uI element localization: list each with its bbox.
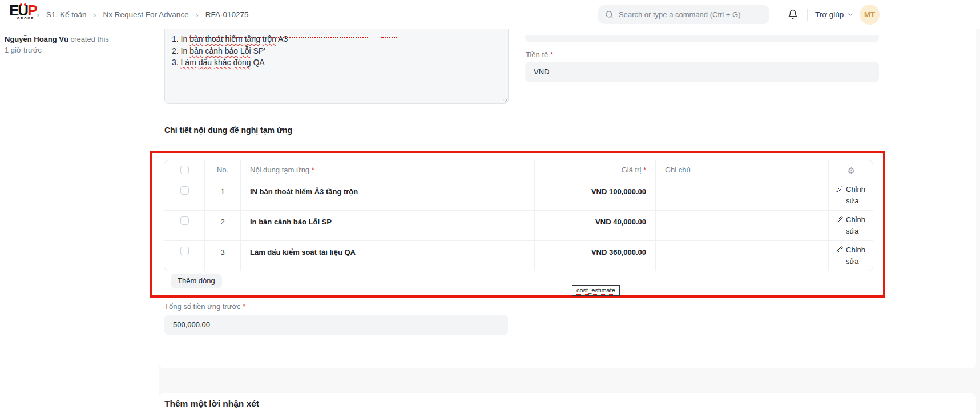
row-edit-button[interactable]: Chỉnh sửa	[828, 180, 873, 210]
description-line: 2. In bản cảnh báo Lỗi SP'	[172, 45, 288, 57]
breadcrumb-item[interactable]: S1. Kế toán	[46, 10, 87, 19]
row-checkbox[interactable]	[180, 186, 189, 195]
items-table: No. Nội dung tạm ứng * Giá trị * Ghi chú…	[164, 160, 873, 271]
table-row: 1 IN bản thoát hiểm Ả3 tầng trộn VND 100…	[164, 180, 873, 210]
chevron-right-icon: ›	[37, 10, 39, 19]
row-number: 2	[204, 211, 240, 240]
chevron-right-icon: ›	[94, 10, 96, 19]
row-note-cell[interactable]	[655, 211, 828, 240]
currency-input[interactable]: VND	[525, 62, 879, 82]
annotation-label: cost_estimate	[572, 285, 620, 296]
pencil-icon	[836, 186, 843, 192]
row-select-cell	[164, 180, 204, 210]
select-all-checkbox[interactable]	[180, 166, 189, 174]
total-input[interactable]: 500,000.00	[164, 315, 508, 335]
creator-name: Nguyễn Hoàng Vũ	[5, 35, 68, 43]
created-time: 1 giờ trước	[5, 45, 147, 55]
section-title: Chi tiết nội dung đề nghị tạm ứng	[164, 126, 292, 135]
page: EUP GROUP › S1. Kế toán › Nx Request For…	[0, 0, 980, 414]
column-header-content: Nội dung tạm ứng *	[240, 160, 534, 180]
search-icon	[605, 10, 614, 19]
row-edit-button[interactable]: Chỉnh sửa	[828, 241, 873, 271]
description-textarea[interactable]: 1. In bàn thoát hiểm tầng trộn A3 2. In …	[164, 29, 509, 104]
column-header-value: Giá trị *	[534, 160, 655, 180]
column-header-no: No.	[204, 160, 240, 180]
row-number: 3	[204, 241, 240, 271]
row-value-cell[interactable]: VND 40,000.00	[534, 211, 655, 240]
row-select-cell	[164, 241, 204, 271]
top-navbar: EUP GROUP › S1. Kế toán › Nx Request For…	[0, 0, 980, 29]
row-number: 1	[204, 180, 240, 210]
row-edit-button[interactable]: Chỉnh sửa	[828, 211, 873, 240]
comment-section-title: Thêm một lời nhận xét	[164, 399, 259, 409]
breadcrumb-item[interactable]: Nx Request For Advance	[103, 10, 189, 19]
add-row-button[interactable]: Thêm dòng	[171, 274, 222, 288]
table-body: 1 IN bản thoát hiểm Ả3 tầng trộn VND 100…	[164, 180, 873, 271]
row-checkbox[interactable]	[180, 216, 189, 225]
notifications-button[interactable]	[788, 9, 798, 22]
clipped-field-input[interactable]	[525, 35, 879, 42]
description-line: 1. In bàn thoát hiểm tầng trộn A3	[172, 33, 288, 45]
table-settings-button[interactable]: ⚙	[828, 160, 873, 180]
column-header-note: Ghi chú	[655, 160, 828, 180]
help-label: Trợ giúp	[815, 10, 844, 19]
creation-info: Nguyễn Hoàng Vũ created this 1 giờ trước	[5, 34, 147, 55]
row-checkbox[interactable]	[180, 247, 189, 255]
table-header-row: No. Nội dung tạm ứng * Giá trị * Ghi chú…	[164, 160, 873, 180]
row-note-cell[interactable]	[655, 180, 828, 210]
row-content-cell[interactable]: Làm dấu kiểm soát tài liệu QA	[240, 241, 534, 271]
select-all-cell	[164, 160, 204, 180]
chevron-down-icon	[847, 11, 854, 18]
table-row: 3 Làm dấu kiểm soát tài liệu QA VND 360,…	[164, 240, 873, 271]
row-content-cell[interactable]: In bản cảnh báo Lỗi SP	[240, 211, 534, 240]
header-divider	[807, 9, 808, 21]
search-input[interactable]	[619, 10, 763, 19]
global-search	[598, 5, 769, 24]
created-text: created this	[71, 35, 109, 43]
row-value-cell[interactable]: VND 100,000.00	[534, 180, 655, 210]
bell-icon	[788, 9, 798, 19]
app-logo[interactable]: EUP GROUP	[9, 3, 37, 20]
help-menu[interactable]: Trợ giúp	[815, 0, 854, 29]
row-value-cell[interactable]: VND 360,000.00	[534, 241, 655, 271]
currency-label: Tiền tệ *	[526, 50, 553, 59]
breadcrumb: › S1. Kế toán › Nx Request For Advance ›…	[37, 0, 248, 29]
logo-text: EUP	[9, 3, 37, 18]
description-content: 1. In bàn thoát hiểm tầng trộn A3 2. In …	[172, 33, 288, 69]
chevron-right-icon: ›	[196, 10, 199, 19]
pencil-icon	[836, 216, 843, 223]
total-label: Tổng số tiền ứng trước *	[164, 302, 245, 311]
resize-handle[interactable]	[501, 97, 507, 102]
row-select-cell	[164, 211, 204, 240]
breadcrumb-item[interactable]: RFA-010275	[205, 10, 249, 19]
row-content-cell[interactable]: IN bản thoát hiểm Ả3 tầng trộn	[240, 180, 534, 210]
gear-icon: ⚙	[848, 166, 855, 176]
comment-card	[159, 393, 976, 414]
pencil-icon	[836, 246, 843, 253]
row-note-cell[interactable]	[655, 241, 828, 271]
avatar[interactable]: MT	[860, 5, 880, 25]
clipped-line-squiggle	[189, 30, 397, 32]
description-line: 3. Làm dấu khắc đóng QA	[172, 57, 288, 69]
table-row: 2 In bản cảnh báo Lỗi SP VND 40,000.00 C…	[164, 210, 873, 240]
